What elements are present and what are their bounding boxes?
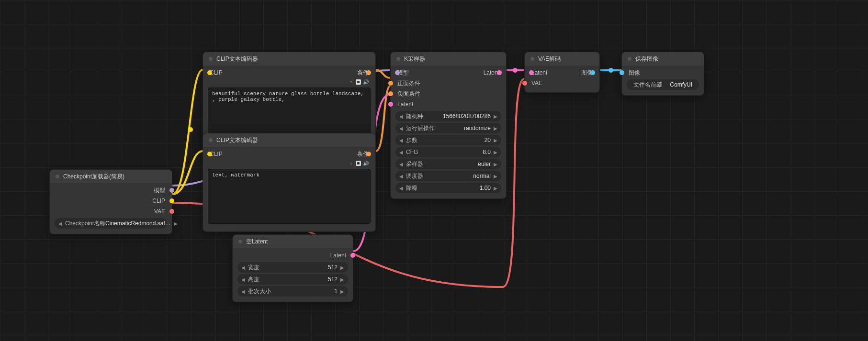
collapse-dot-icon[interactable] <box>238 240 242 243</box>
port-icon[interactable] <box>366 152 371 156</box>
checkbox-icon[interactable] <box>356 161 361 166</box>
node-clip-text-encode-negative[interactable]: CLIP文本编码器 CLIP 条件 ○ 🔊 text, watermark <box>203 133 376 232</box>
node-vae-decode[interactable]: VAE解码 Latent 图像 VAE <box>524 52 600 93</box>
node-header[interactable]: CLIP文本编码器 <box>203 52 375 66</box>
ksampler-widget-5[interactable]: ◀调度器normal▶ <box>395 171 501 181</box>
output-conditioning-slot[interactable]: 条件 <box>357 150 369 158</box>
output-latent-slot[interactable]: Latent <box>484 69 499 76</box>
node-header[interactable]: 保存图像 <box>622 52 704 66</box>
output-latent-slot[interactable]: Latent <box>233 250 353 261</box>
node-header[interactable]: K采样器 <box>391 52 506 66</box>
prev-arrow-icon[interactable]: ◀ <box>241 277 245 282</box>
input-image-slot[interactable]: 图像 <box>622 67 704 78</box>
prev-arrow-icon[interactable]: ◀ <box>399 162 403 167</box>
node-clip-text-encode-positive[interactable]: CLIP文本编码器 CLIP 条件 ○ 🔊 beautiful scenery … <box>203 52 376 143</box>
prompt-textarea[interactable]: beautiful scenery nature glass bottle la… <box>208 88 371 135</box>
next-arrow-icon[interactable]: ▶ <box>494 114 497 119</box>
prev-arrow-icon[interactable]: ◀ <box>399 174 403 179</box>
node-header[interactable]: VAE解码 <box>525 52 599 66</box>
output-conditioning-slot[interactable]: 条件 <box>357 69 369 77</box>
node-header[interactable]: 空Latent <box>233 235 353 248</box>
empty-latent-widget-0[interactable]: ◀宽度512▶ <box>237 262 348 273</box>
speaker-icon[interactable]: 🔊 <box>363 160 369 166</box>
next-arrow-icon[interactable]: ▶ <box>494 150 497 155</box>
prompt-textarea[interactable]: text, watermark <box>208 169 371 224</box>
next-arrow-icon[interactable]: ▶ <box>494 174 497 179</box>
output-image-slot[interactable]: 图像 <box>581 69 593 77</box>
port-icon[interactable] <box>169 209 174 214</box>
collapse-dot-icon[interactable] <box>530 57 534 61</box>
ksampler-widget-3[interactable]: ◀CFG8.0▶ <box>395 147 501 157</box>
node-checkpoint-loader[interactable]: Checkpoint加载器(简易) 模型 CLIP VAE ◀ Checkpoi… <box>49 169 172 234</box>
ksampler-widget-4[interactable]: ◀采样器euler▶ <box>395 159 501 169</box>
collapse-dot-icon[interactable] <box>628 57 631 61</box>
port-icon[interactable] <box>620 70 624 75</box>
port-icon[interactable] <box>388 102 393 107</box>
input-negative-slot[interactable]: 负面条件 <box>391 88 506 99</box>
circle-icon[interactable]: ○ <box>348 79 354 85</box>
checkpoint-name-widget[interactable]: ◀ Checkpoint名称 CinematicRedmond.saf… ▶ <box>55 218 167 229</box>
circle-icon[interactable]: ○ <box>348 160 354 166</box>
prev-arrow-icon[interactable]: ◀ <box>241 265 245 270</box>
prev-arrow-icon[interactable]: ◀ <box>399 114 403 119</box>
ksampler-widget-6[interactable]: ◀降噪1.00▶ <box>395 183 501 193</box>
port-icon[interactable] <box>169 188 174 193</box>
port-icon[interactable] <box>169 198 174 203</box>
port-icon[interactable] <box>590 70 595 75</box>
output-toggles[interactable]: ○ 🔊 <box>348 160 369 166</box>
collapse-dot-icon[interactable] <box>56 175 59 178</box>
input-vae-slot[interactable]: VAE <box>525 78 599 88</box>
next-arrow-icon[interactable]: ▶ <box>174 221 178 226</box>
next-arrow-icon[interactable]: ▶ <box>494 162 497 167</box>
next-arrow-icon[interactable]: ▶ <box>494 138 497 143</box>
port-icon[interactable] <box>350 253 355 258</box>
node-header[interactable]: Checkpoint加载器(简易) <box>50 170 172 183</box>
collapse-dot-icon[interactable] <box>396 57 400 61</box>
port-icon[interactable] <box>522 81 527 86</box>
port-icon[interactable] <box>529 70 534 75</box>
checkbox-icon[interactable] <box>356 79 361 85</box>
input-latent-slot[interactable]: Latent <box>391 99 506 110</box>
next-arrow-icon[interactable]: ▶ <box>494 186 497 191</box>
collapse-dot-icon[interactable] <box>209 57 213 61</box>
ksampler-widget-0[interactable]: ◀随机种156680208700286▶ <box>395 111 501 121</box>
empty-latent-widget-2[interactable]: ◀批次大小1▶ <box>237 286 348 297</box>
input-positive-slot[interactable]: 正面条件 <box>391 78 506 88</box>
input-latent-slot[interactable]: Latent <box>531 69 547 76</box>
output-toggles[interactable]: ○ 🔊 <box>348 79 369 85</box>
port-icon[interactable] <box>388 81 393 86</box>
speaker-icon[interactable]: 🔊 <box>363 79 369 85</box>
port-icon[interactable] <box>207 70 212 75</box>
next-arrow-icon[interactable]: ▶ <box>340 277 344 282</box>
output-model-slot[interactable]: 模型 <box>50 185 172 196</box>
prev-arrow-icon[interactable]: ◀ <box>399 150 403 155</box>
collapse-dot-icon[interactable] <box>209 138 213 142</box>
input-clip-slot[interactable]: CLIP <box>210 69 223 76</box>
ksampler-widget-2[interactable]: ◀步数20▶ <box>395 135 501 145</box>
filename-prefix-widget[interactable]: 文件名前缀 ComfyUI <box>627 79 699 90</box>
port-icon[interactable] <box>388 91 393 96</box>
prev-arrow-icon[interactable]: ◀ <box>241 289 245 294</box>
node-header[interactable]: CLIP文本编码器 <box>203 133 375 147</box>
node-ksampler[interactable]: K采样器 模型 Latent 正面条件 负面条件 Latent ◀随机种1566… <box>390 52 507 199</box>
next-arrow-icon[interactable]: ▶ <box>340 265 344 270</box>
empty-latent-widget-1[interactable]: ◀高度512▶ <box>237 274 348 285</box>
ksampler-widget-1[interactable]: ◀运行后操作randomize▶ <box>395 123 501 133</box>
input-model-slot[interactable]: 模型 <box>397 69 409 77</box>
port-icon[interactable] <box>366 70 371 75</box>
port-icon[interactable] <box>395 70 400 75</box>
node-title: CLIP文本编码器 <box>216 55 258 63</box>
input-clip-slot[interactable]: CLIP <box>210 151 223 157</box>
node-empty-latent[interactable]: 空Latent Latent ◀宽度512▶◀高度512▶◀批次大小1▶ <box>232 234 353 302</box>
node-save-image[interactable]: 保存图像 图像 文件名前缀 ComfyUI <box>621 52 704 96</box>
next-arrow-icon[interactable]: ▶ <box>340 289 344 294</box>
port-icon[interactable] <box>497 70 502 75</box>
prev-arrow-icon[interactable]: ◀ <box>399 186 403 191</box>
prev-arrow-icon[interactable]: ◀ <box>399 126 403 131</box>
prev-arrow-icon[interactable]: ◀ <box>399 138 403 143</box>
output-vae-slot[interactable]: VAE <box>50 206 172 217</box>
prev-arrow-icon[interactable]: ◀ <box>58 221 62 226</box>
next-arrow-icon[interactable]: ▶ <box>494 126 497 131</box>
port-icon[interactable] <box>207 152 212 156</box>
output-clip-slot[interactable]: CLIP <box>50 196 172 206</box>
